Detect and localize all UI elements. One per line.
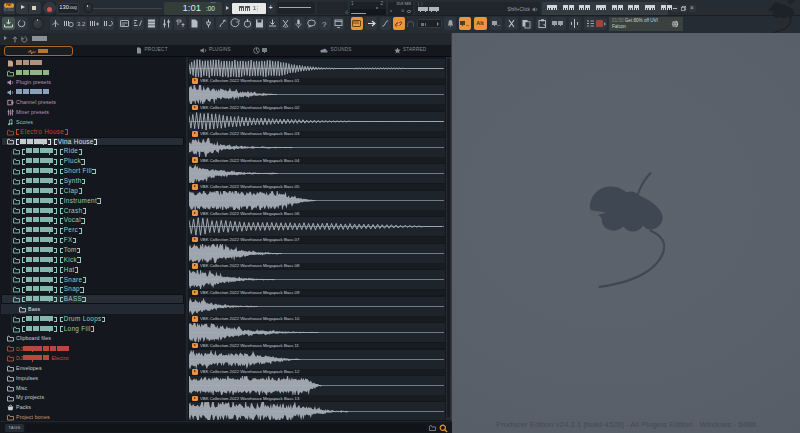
svg-text:?: ? <box>322 20 327 29</box>
svg-text:3.2: 3.2 <box>77 21 86 27</box>
